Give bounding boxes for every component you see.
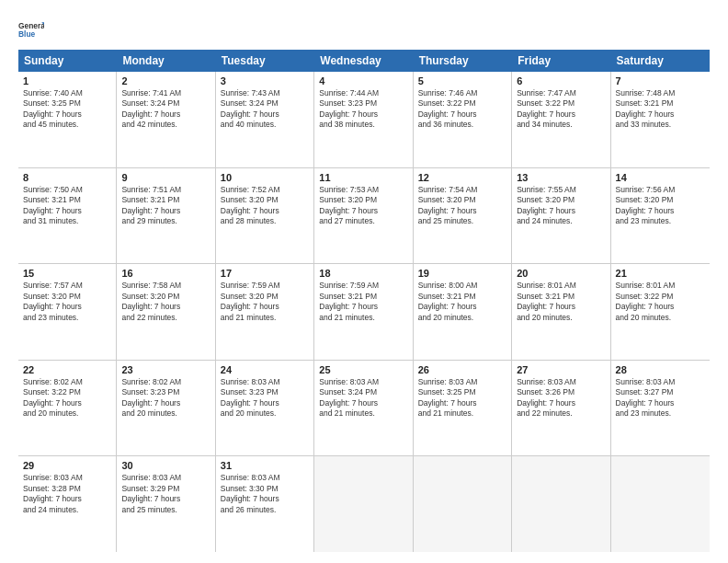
daylight-text: Daylight: 7 hoursand 33 minutes. [616,109,705,131]
calendar-week-row: 1 Sunrise: 7:40 AM Sunset: 3:25 PM Dayli… [18,72,710,168]
sunrise-text: Sunrise: 7:43 AM [221,88,309,98]
calendar-header-day: Thursday [414,50,512,72]
daylight-text: Daylight: 7 hoursand 40 minutes. [221,109,309,131]
calendar-cell: 29 Sunrise: 8:03 AM Sunset: 3:28 PM Dayl… [18,456,117,552]
day-number: 9 [121,172,210,183]
day-number: 27 [517,364,605,375]
calendar-cell: 30 Sunrise: 8:03 AM Sunset: 3:29 PM Dayl… [117,456,215,552]
sunrise-text: Sunrise: 7:56 AM [616,185,705,195]
calendar-cell: 24 Sunrise: 8:03 AM Sunset: 3:23 PM Dayl… [216,361,314,456]
sunrise-text: Sunrise: 8:03 AM [418,377,506,387]
calendar-cell: 28 Sunrise: 8:03 AM Sunset: 3:27 PM Dayl… [611,361,710,456]
sunset-text: Sunset: 3:30 PM [221,484,309,494]
calendar-cell: 3 Sunrise: 7:43 AM Sunset: 3:24 PM Dayli… [216,72,314,167]
day-number: 22 [23,364,111,375]
daylight-text: Daylight: 7 hoursand 20 minutes. [23,398,111,419]
daylight-text: Daylight: 7 hoursand 23 minutes. [616,206,705,227]
sunrise-text: Sunrise: 7:51 AM [121,185,210,195]
sunrise-text: Sunrise: 8:01 AM [616,281,705,291]
daylight-text: Daylight: 7 hoursand 24 minutes. [517,206,605,227]
calendar-cell: 18 Sunrise: 7:59 AM Sunset: 3:21 PM Dayl… [314,264,413,360]
day-number: 21 [616,268,705,279]
calendar-cell: 12 Sunrise: 7:54 AM Sunset: 3:20 PM Dayl… [414,168,512,264]
calendar-week-row: 15 Sunrise: 7:57 AM Sunset: 3:20 PM Dayl… [18,264,710,361]
daylight-text: Daylight: 7 hoursand 28 minutes. [221,206,309,227]
daylight-text: Daylight: 7 hoursand 31 minutes. [23,206,111,227]
day-number: 18 [319,268,407,279]
sunset-text: Sunset: 3:20 PM [616,195,705,205]
day-number: 13 [517,172,605,183]
calendar: SundayMondayTuesdayWednesdayThursdayFrid… [18,50,710,552]
day-number: 16 [121,268,210,279]
day-number: 29 [23,460,111,471]
sunrise-text: Sunrise: 8:00 AM [418,281,506,291]
daylight-text: Daylight: 7 hoursand 27 minutes. [319,206,407,227]
day-number: 24 [221,364,309,375]
sunset-text: Sunset: 3:21 PM [616,98,705,109]
sunset-text: Sunset: 3:20 PM [319,195,407,205]
sunset-text: Sunset: 3:23 PM [221,387,309,397]
daylight-text: Daylight: 7 hoursand 29 minutes. [121,206,210,227]
day-number: 31 [221,460,309,471]
sunrise-text: Sunrise: 7:48 AM [616,88,705,98]
sunrise-text: Sunrise: 8:02 AM [23,377,111,387]
daylight-text: Daylight: 7 hoursand 25 minutes. [121,494,210,515]
sunrise-text: Sunrise: 7:59 AM [319,281,407,291]
calendar-cell: 14 Sunrise: 7:56 AM Sunset: 3:20 PM Dayl… [611,168,710,264]
calendar-cell: 4 Sunrise: 7:44 AM Sunset: 3:23 PM Dayli… [314,72,413,167]
calendar-header: SundayMondayTuesdayWednesdayThursdayFrid… [18,50,710,72]
sunrise-text: Sunrise: 7:57 AM [23,281,111,291]
sunset-text: Sunset: 3:23 PM [319,98,407,109]
sunset-text: Sunset: 3:20 PM [121,292,210,302]
calendar-cell [314,456,413,552]
sunset-text: Sunset: 3:29 PM [121,484,210,494]
sunset-text: Sunset: 3:21 PM [517,292,605,302]
sunrise-text: Sunrise: 8:02 AM [121,377,210,387]
day-number: 2 [121,75,210,86]
daylight-text: Daylight: 7 hoursand 21 minutes. [418,398,506,419]
sunset-text: Sunset: 3:20 PM [418,195,506,205]
sunset-text: Sunset: 3:20 PM [23,292,111,302]
calendar-cell: 9 Sunrise: 7:51 AM Sunset: 3:21 PM Dayli… [117,168,215,264]
calendar-cell: 19 Sunrise: 8:00 AM Sunset: 3:21 PM Dayl… [414,264,512,360]
calendar-cell: 22 Sunrise: 8:02 AM Sunset: 3:22 PM Dayl… [18,361,117,456]
sunset-text: Sunset: 3:20 PM [221,292,309,302]
sunset-text: Sunset: 3:21 PM [319,292,407,302]
day-number: 8 [23,172,111,183]
calendar-cell [512,456,610,552]
sunset-text: Sunset: 3:26 PM [517,387,605,397]
calendar-cell: 23 Sunrise: 8:02 AM Sunset: 3:23 PM Dayl… [117,361,215,456]
calendar-header-day: Wednesday [314,50,413,72]
calendar-header-day: Friday [512,50,610,72]
day-number: 17 [221,268,309,279]
calendar-cell: 20 Sunrise: 8:01 AM Sunset: 3:21 PM Dayl… [512,264,610,360]
day-number: 10 [221,172,309,183]
day-number: 6 [517,75,605,86]
sunrise-text: Sunrise: 7:46 AM [418,88,506,98]
day-number: 3 [221,75,309,86]
sunrise-text: Sunrise: 7:59 AM [221,281,309,291]
daylight-text: Daylight: 7 hoursand 20 minutes. [418,302,506,323]
daylight-text: Daylight: 7 hoursand 23 minutes. [616,398,705,419]
day-number: 1 [23,75,111,86]
calendar-cell [611,456,710,552]
daylight-text: Daylight: 7 hoursand 38 minutes. [319,109,407,131]
logo: General Blue [18,17,44,42]
sunrise-text: Sunrise: 7:44 AM [319,88,407,98]
calendar-cell: 25 Sunrise: 8:03 AM Sunset: 3:24 PM Dayl… [314,361,413,456]
day-number: 23 [121,364,210,375]
daylight-text: Daylight: 7 hoursand 20 minutes. [517,302,605,323]
sunrise-text: Sunrise: 7:52 AM [221,185,309,195]
calendar-body: 1 Sunrise: 7:40 AM Sunset: 3:25 PM Dayli… [18,72,710,552]
sunset-text: Sunset: 3:24 PM [121,98,210,109]
sunrise-text: Sunrise: 7:55 AM [517,185,605,195]
calendar-cell: 26 Sunrise: 8:03 AM Sunset: 3:25 PM Dayl… [414,361,512,456]
calendar-cell: 1 Sunrise: 7:40 AM Sunset: 3:25 PM Dayli… [18,72,117,167]
sunrise-text: Sunrise: 8:03 AM [23,473,111,483]
day-number: 4 [319,75,407,86]
sunset-text: Sunset: 3:24 PM [221,98,309,109]
daylight-text: Daylight: 7 hoursand 20 minutes. [616,302,705,323]
calendar-header-day: Tuesday [216,50,314,72]
daylight-text: Daylight: 7 hoursand 21 minutes. [319,398,407,419]
calendar-cell: 17 Sunrise: 7:59 AM Sunset: 3:20 PM Dayl… [216,264,314,360]
